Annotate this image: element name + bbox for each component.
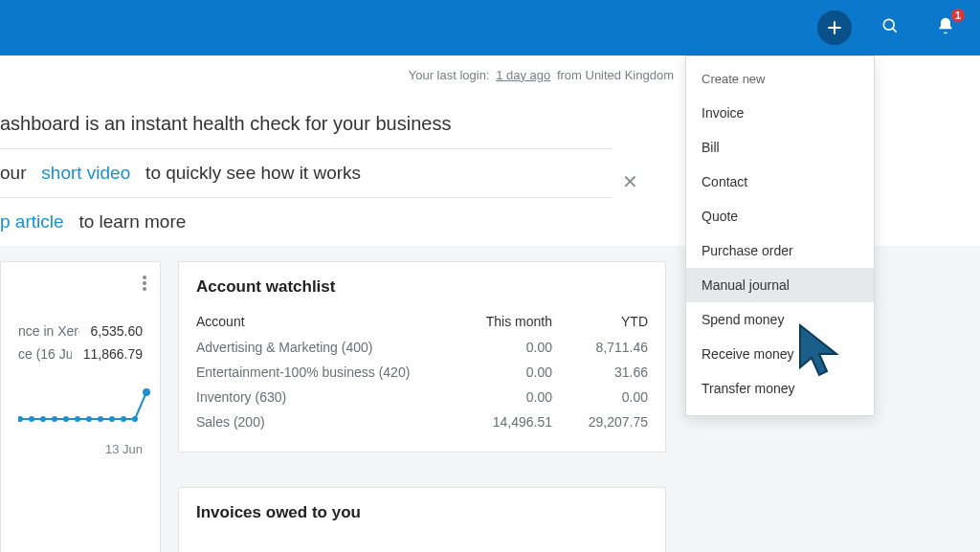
notifications-button[interactable]: 1 (928, 11, 963, 45)
cell-ytd: 8,711.46 (552, 340, 648, 355)
svg-point-12 (75, 416, 80, 422)
plus-icon (817, 11, 852, 45)
svg-point-4 (143, 276, 146, 279)
table-row[interactable]: Sales (200) 14,496.51 29,207.75 (196, 409, 648, 434)
cell-ytd: 29,207.75 (552, 414, 648, 430)
balance-value: 6,535.60 (91, 323, 144, 339)
svg-point-8 (29, 416, 34, 422)
watchlist-header-row: Account This month YTD (196, 314, 648, 335)
svg-point-18 (143, 388, 150, 396)
svg-point-6 (143, 287, 146, 291)
svg-point-15 (109, 416, 115, 422)
welcome-line2-after: to quickly see how it works (145, 163, 361, 183)
cell-account: Inventory (630) (196, 389, 457, 405)
welcome-line-1: ashboard is an instant health check for … (0, 113, 451, 135)
cell-account: Entertainment-100% business (420) (196, 364, 457, 380)
welcome-line2-before: our (0, 163, 26, 183)
svg-point-5 (143, 281, 146, 285)
svg-point-11 (63, 416, 69, 422)
short-video-link[interactable]: short video (41, 163, 130, 183)
table-row[interactable]: Entertainment-100% business (420) 0.00 3… (196, 360, 648, 385)
help-article-link[interactable]: p article (0, 211, 64, 232)
close-icon[interactable]: ✕ (622, 170, 638, 193)
notification-badge: 1 (949, 7, 967, 24)
dropdown-item-manual-journal[interactable]: Manual journal (686, 268, 874, 302)
col-this-month: This month (457, 314, 552, 329)
create-new-dropdown: Create new Invoice Bill Contact Quote Pu… (685, 55, 875, 416)
invoices-owed-card: Invoices owed to you (178, 487, 666, 552)
svg-line-3 (893, 29, 897, 33)
sparkline-axis-date: 13 Jun (18, 442, 143, 456)
balance-row: ce (16 Jun) 11,866.79 (18, 342, 143, 365)
dropdown-item-invoice[interactable]: Invoice (686, 96, 874, 130)
dropdown-item-quote[interactable]: Quote (686, 199, 874, 233)
dropdown-item-receive-money[interactable]: Receive money (686, 337, 874, 371)
search-icon (880, 16, 900, 39)
svg-point-9 (40, 416, 46, 422)
kebab-icon (143, 277, 146, 294)
dropdown-header: Create new (686, 62, 874, 96)
watchlist-title: Account watchlist (196, 277, 648, 297)
dropdown-item-bill[interactable]: Bill (686, 130, 874, 165)
sparkline-chart: 13 Jun (18, 386, 143, 456)
cell-month: 0.00 (457, 364, 552, 380)
balance-label: ce (16 Jun) (18, 346, 72, 362)
dropdown-item-contact[interactable]: Contact (686, 165, 874, 199)
balance-label: nce in Xero (18, 323, 79, 339)
card-menu-button[interactable] (143, 276, 146, 295)
cell-month: 14,496.51 (457, 414, 552, 430)
cell-ytd: 0.00 (552, 389, 648, 405)
dropdown-item-spend-money[interactable]: Spend money (686, 302, 874, 337)
svg-point-16 (121, 416, 126, 422)
create-new-button[interactable] (817, 11, 852, 45)
cell-account: Sales (200) (196, 414, 457, 430)
top-nav: 1 (0, 0, 980, 55)
dropdown-item-transfer-money[interactable]: Transfer money (686, 371, 874, 406)
search-button[interactable] (873, 11, 907, 45)
account-watchlist-card: Account watchlist Account This month YTD… (178, 261, 666, 453)
col-account: Account (196, 314, 457, 329)
login-when[interactable]: 1 day ago (496, 68, 550, 82)
table-row[interactable]: Advertising & Marketing (400) 0.00 8,711… (196, 335, 648, 360)
login-prefix: Your last login: (409, 68, 490, 82)
welcome-line3-after: to learn more (78, 211, 186, 232)
balance-value: 11,866.79 (83, 346, 143, 362)
svg-point-10 (52, 416, 57, 422)
invoices-owed-title: Invoices owed to you (196, 503, 648, 522)
col-ytd: YTD (552, 314, 648, 329)
svg-point-17 (132, 416, 138, 422)
balance-card: nce in Xero 6,535.60 ce (16 Jun) 11,866.… (0, 261, 161, 552)
svg-point-2 (883, 19, 894, 30)
cell-ytd: 31.66 (552, 364, 648, 380)
cell-month: 0.00 (457, 340, 552, 355)
login-suffix: from United Kingdom (557, 68, 674, 82)
cell-account: Advertising & Marketing (400) (196, 340, 457, 355)
svg-point-13 (86, 416, 92, 422)
svg-point-7 (18, 416, 23, 422)
cell-month: 0.00 (457, 389, 552, 405)
table-row[interactable]: Inventory (630) 0.00 0.00 (196, 385, 648, 409)
balance-row: nce in Xero 6,535.60 (18, 320, 143, 342)
svg-point-14 (98, 416, 103, 422)
dropdown-item-purchase-order[interactable]: Purchase order (686, 233, 874, 268)
